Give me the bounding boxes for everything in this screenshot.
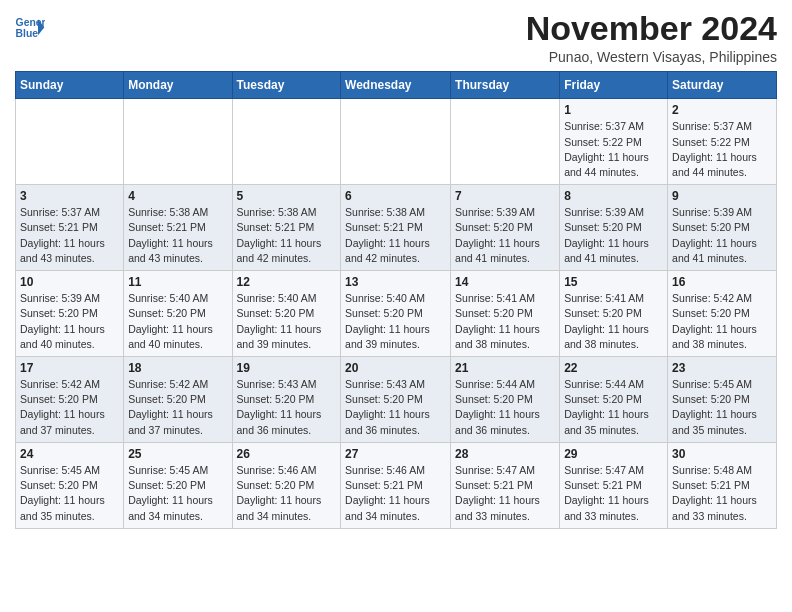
cell-info: Sunrise: 5:43 AM Sunset: 5:20 PM Dayligh… (237, 377, 337, 438)
cell-date: 12 (237, 275, 337, 289)
calendar-row-0: 1Sunrise: 5:37 AM Sunset: 5:22 PM Daylig… (16, 99, 777, 185)
subtitle: Punao, Western Visayas, Philippines (526, 49, 777, 65)
calendar-row-1: 3Sunrise: 5:37 AM Sunset: 5:21 PM Daylig… (16, 185, 777, 271)
cell-info: Sunrise: 5:40 AM Sunset: 5:20 PM Dayligh… (128, 291, 227, 352)
cell-date: 3 (20, 189, 119, 203)
cell-2-2: 12Sunrise: 5:40 AM Sunset: 5:20 PM Dayli… (232, 271, 341, 357)
cell-3-4: 21Sunrise: 5:44 AM Sunset: 5:20 PM Dayli… (451, 357, 560, 443)
cell-info: Sunrise: 5:37 AM Sunset: 5:22 PM Dayligh… (564, 119, 663, 180)
cell-1-6: 9Sunrise: 5:39 AM Sunset: 5:20 PM Daylig… (668, 185, 777, 271)
cell-info: Sunrise: 5:43 AM Sunset: 5:20 PM Dayligh… (345, 377, 446, 438)
cell-1-3: 6Sunrise: 5:38 AM Sunset: 5:21 PM Daylig… (341, 185, 451, 271)
cell-info: Sunrise: 5:39 AM Sunset: 5:20 PM Dayligh… (20, 291, 119, 352)
cell-4-3: 27Sunrise: 5:46 AM Sunset: 5:21 PM Dayli… (341, 442, 451, 528)
calendar-row-4: 24Sunrise: 5:45 AM Sunset: 5:20 PM Dayli… (16, 442, 777, 528)
cell-date: 15 (564, 275, 663, 289)
cell-date: 16 (672, 275, 772, 289)
cell-info: Sunrise: 5:41 AM Sunset: 5:20 PM Dayligh… (455, 291, 555, 352)
cell-info: Sunrise: 5:40 AM Sunset: 5:20 PM Dayligh… (345, 291, 446, 352)
cell-0-5: 1Sunrise: 5:37 AM Sunset: 5:22 PM Daylig… (560, 99, 668, 185)
header-row: Sunday Monday Tuesday Wednesday Thursday… (16, 72, 777, 99)
cell-2-3: 13Sunrise: 5:40 AM Sunset: 5:20 PM Dayli… (341, 271, 451, 357)
cell-1-4: 7Sunrise: 5:39 AM Sunset: 5:20 PM Daylig… (451, 185, 560, 271)
cell-3-6: 23Sunrise: 5:45 AM Sunset: 5:20 PM Dayli… (668, 357, 777, 443)
cell-date: 10 (20, 275, 119, 289)
cell-info: Sunrise: 5:37 AM Sunset: 5:22 PM Dayligh… (672, 119, 772, 180)
cell-date: 23 (672, 361, 772, 375)
cell-date: 8 (564, 189, 663, 203)
cell-info: Sunrise: 5:42 AM Sunset: 5:20 PM Dayligh… (672, 291, 772, 352)
cell-date: 2 (672, 103, 772, 117)
cell-info: Sunrise: 5:39 AM Sunset: 5:20 PM Dayligh… (672, 205, 772, 266)
col-monday: Monday (124, 72, 232, 99)
cell-date: 11 (128, 275, 227, 289)
cell-3-5: 22Sunrise: 5:44 AM Sunset: 5:20 PM Dayli… (560, 357, 668, 443)
cell-4-4: 28Sunrise: 5:47 AM Sunset: 5:21 PM Dayli… (451, 442, 560, 528)
col-friday: Friday (560, 72, 668, 99)
cell-date: 20 (345, 361, 446, 375)
cell-info: Sunrise: 5:44 AM Sunset: 5:20 PM Dayligh… (455, 377, 555, 438)
cell-0-4 (451, 99, 560, 185)
col-saturday: Saturday (668, 72, 777, 99)
cell-0-1 (124, 99, 232, 185)
cell-info: Sunrise: 5:48 AM Sunset: 5:21 PM Dayligh… (672, 463, 772, 524)
cell-info: Sunrise: 5:45 AM Sunset: 5:20 PM Dayligh… (672, 377, 772, 438)
cell-info: Sunrise: 5:38 AM Sunset: 5:21 PM Dayligh… (237, 205, 337, 266)
cell-2-6: 16Sunrise: 5:42 AM Sunset: 5:20 PM Dayli… (668, 271, 777, 357)
main-title: November 2024 (526, 10, 777, 47)
cell-date: 25 (128, 447, 227, 461)
cell-2-4: 14Sunrise: 5:41 AM Sunset: 5:20 PM Dayli… (451, 271, 560, 357)
cell-info: Sunrise: 5:41 AM Sunset: 5:20 PM Dayligh… (564, 291, 663, 352)
cell-4-6: 30Sunrise: 5:48 AM Sunset: 5:21 PM Dayli… (668, 442, 777, 528)
cell-3-1: 18Sunrise: 5:42 AM Sunset: 5:20 PM Dayli… (124, 357, 232, 443)
col-thursday: Thursday (451, 72, 560, 99)
cell-info: Sunrise: 5:38 AM Sunset: 5:21 PM Dayligh… (345, 205, 446, 266)
cell-4-1: 25Sunrise: 5:45 AM Sunset: 5:20 PM Dayli… (124, 442, 232, 528)
cell-date: 26 (237, 447, 337, 461)
cell-1-5: 8Sunrise: 5:39 AM Sunset: 5:20 PM Daylig… (560, 185, 668, 271)
cell-info: Sunrise: 5:42 AM Sunset: 5:20 PM Dayligh… (128, 377, 227, 438)
logo-icon: General Blue (15, 16, 45, 40)
cell-info: Sunrise: 5:44 AM Sunset: 5:20 PM Dayligh… (564, 377, 663, 438)
cell-1-0: 3Sunrise: 5:37 AM Sunset: 5:21 PM Daylig… (16, 185, 124, 271)
calendar-table: Sunday Monday Tuesday Wednesday Thursday… (15, 71, 777, 528)
cell-info: Sunrise: 5:42 AM Sunset: 5:20 PM Dayligh… (20, 377, 119, 438)
cell-3-0: 17Sunrise: 5:42 AM Sunset: 5:20 PM Dayli… (16, 357, 124, 443)
cell-date: 1 (564, 103, 663, 117)
cell-0-0 (16, 99, 124, 185)
calendar-row-3: 17Sunrise: 5:42 AM Sunset: 5:20 PM Dayli… (16, 357, 777, 443)
cell-0-6: 2Sunrise: 5:37 AM Sunset: 5:22 PM Daylig… (668, 99, 777, 185)
calendar-header: Sunday Monday Tuesday Wednesday Thursday… (16, 72, 777, 99)
cell-date: 13 (345, 275, 446, 289)
cell-date: 21 (455, 361, 555, 375)
svg-text:Blue: Blue (16, 28, 39, 39)
cell-2-1: 11Sunrise: 5:40 AM Sunset: 5:20 PM Dayli… (124, 271, 232, 357)
cell-1-1: 4Sunrise: 5:38 AM Sunset: 5:21 PM Daylig… (124, 185, 232, 271)
cell-info: Sunrise: 5:46 AM Sunset: 5:20 PM Dayligh… (237, 463, 337, 524)
logo-area: General Blue (15, 16, 45, 40)
cell-2-5: 15Sunrise: 5:41 AM Sunset: 5:20 PM Dayli… (560, 271, 668, 357)
cell-info: Sunrise: 5:38 AM Sunset: 5:21 PM Dayligh… (128, 205, 227, 266)
cell-3-3: 20Sunrise: 5:43 AM Sunset: 5:20 PM Dayli… (341, 357, 451, 443)
cell-info: Sunrise: 5:45 AM Sunset: 5:20 PM Dayligh… (20, 463, 119, 524)
title-area: November 2024 Punao, Western Visayas, Ph… (526, 10, 777, 65)
cell-0-3 (341, 99, 451, 185)
cell-info: Sunrise: 5:40 AM Sunset: 5:20 PM Dayligh… (237, 291, 337, 352)
cell-info: Sunrise: 5:39 AM Sunset: 5:20 PM Dayligh… (564, 205, 663, 266)
cell-date: 6 (345, 189, 446, 203)
cell-info: Sunrise: 5:37 AM Sunset: 5:21 PM Dayligh… (20, 205, 119, 266)
cell-date: 14 (455, 275, 555, 289)
cell-2-0: 10Sunrise: 5:39 AM Sunset: 5:20 PM Dayli… (16, 271, 124, 357)
col-wednesday: Wednesday (341, 72, 451, 99)
cell-date: 9 (672, 189, 772, 203)
cell-3-2: 19Sunrise: 5:43 AM Sunset: 5:20 PM Dayli… (232, 357, 341, 443)
cell-date: 22 (564, 361, 663, 375)
cell-1-2: 5Sunrise: 5:38 AM Sunset: 5:21 PM Daylig… (232, 185, 341, 271)
cell-info: Sunrise: 5:46 AM Sunset: 5:21 PM Dayligh… (345, 463, 446, 524)
cell-0-2 (232, 99, 341, 185)
cell-4-5: 29Sunrise: 5:47 AM Sunset: 5:21 PM Dayli… (560, 442, 668, 528)
cell-info: Sunrise: 5:39 AM Sunset: 5:20 PM Dayligh… (455, 205, 555, 266)
cell-date: 7 (455, 189, 555, 203)
cell-date: 5 (237, 189, 337, 203)
col-sunday: Sunday (16, 72, 124, 99)
